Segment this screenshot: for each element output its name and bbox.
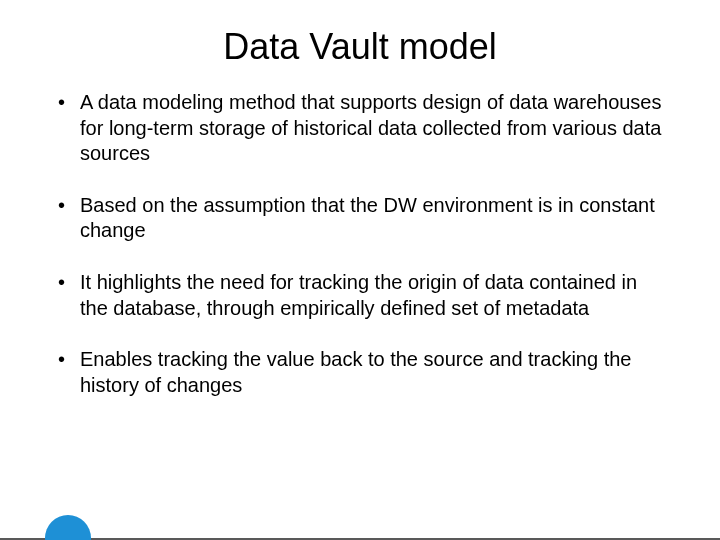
slide-title: Data Vault model [0,26,720,68]
slide-content: A data modeling method that supports des… [0,68,720,398]
list-item: Based on the assumption that the DW envi… [52,193,668,244]
bullet-list: A data modeling method that supports des… [52,90,668,398]
slide: Data Vault model A data modeling method … [0,26,720,540]
list-item: It highlights the need for tracking the … [52,270,668,321]
list-item: A data modeling method that supports des… [52,90,668,167]
list-item: Enables tracking the value back to the s… [52,347,668,398]
accent-circle-icon [45,515,91,540]
